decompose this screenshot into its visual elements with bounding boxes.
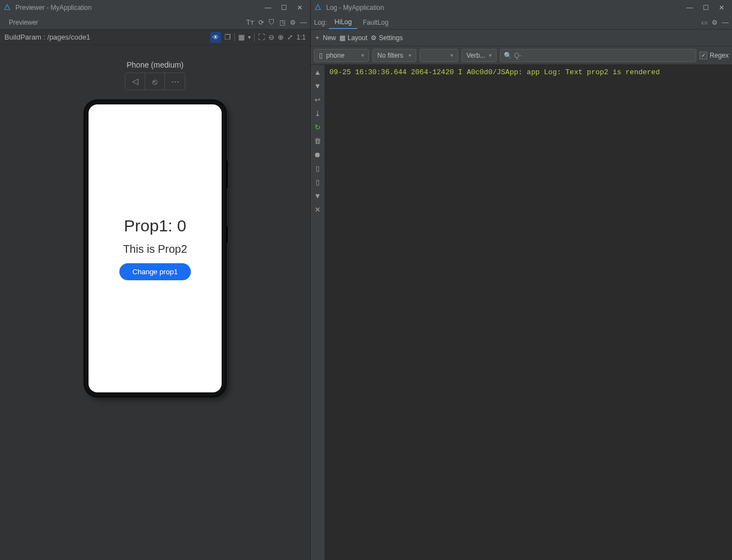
build-param-text: BuildParam : /pages/code1 [4, 33, 90, 41]
restart-icon[interactable]: ↻ [315, 123, 321, 131]
log-line: 09-25 16:30:36.644 2064-12420 I A0c0d0/J… [329, 68, 660, 76]
clear-icon[interactable]: ✕ [315, 206, 321, 214]
log-title: Log - MyApplication [326, 4, 384, 12]
previewer-pane: Previewer - MyApplication — ☐ ✕ Previewe… [0, 0, 311, 560]
chevron-down-icon[interactable]: ▾ [248, 34, 251, 40]
level-dropdown-value: Verb... [466, 52, 486, 59]
funnel-icon[interactable]: ⛉ [268, 19, 275, 26]
tab-previewer[interactable]: Previewer [3, 16, 43, 29]
level-dropdown[interactable]: Verb... ▾ [461, 49, 497, 62]
log-body: ▲ ▼ ↩ ⤓ ↻ 🗑 ⏺ ▯ ▯ ▼ ✕ 09-25 16:30:36.644… [311, 65, 732, 560]
device-small-icon[interactable]: ▯ [316, 178, 320, 186]
regex-checkbox[interactable]: ✓ Regex [700, 52, 729, 59]
close-icon[interactable]: ✕ [719, 4, 724, 12]
screen-prop2-text: This is Prop2 [123, 243, 188, 256]
maximize-icon[interactable]: ☐ [281, 4, 287, 12]
log-filterbar: ▯ phone ▾ No filters ▾ ▾ Verb... ▾ 🔍 Q- … [311, 46, 732, 65]
screen-prop1-text: Prop1: 0 [124, 217, 186, 235]
app-logo-icon [3, 4, 11, 12]
gear-icon[interactable]: ⚙ [290, 19, 296, 26]
orientation-icon[interactable]: ⎋ [145, 73, 165, 90]
checkbox-box: ✓ [700, 52, 707, 59]
filter-dropdown[interactable]: No filters ▾ [372, 49, 416, 62]
layout-button-label: Layout [348, 34, 367, 42]
previewer-window-controls: — ☐ ✕ [265, 4, 307, 12]
log-content[interactable]: 09-25 16:30:36.644 2064-12420 I A0c0d0/J… [325, 65, 732, 560]
settings-button-label: Settings [379, 34, 403, 42]
new-window-icon[interactable]: ◳ [279, 19, 285, 26]
device-dropdown-value: phone [326, 52, 344, 59]
log-pane: Log - MyApplication — ☐ ✕ Log: HiLog Fau… [311, 0, 732, 560]
tab-hilog[interactable]: HiLog [329, 16, 357, 29]
previewer-tabbar: Previewer Tᴛ ⟳ ⛉ ◳ ⚙ — [0, 15, 310, 30]
zoom-in-icon[interactable]: ⊕ [278, 33, 284, 41]
search-input[interactable]: 🔍 Q- [500, 49, 697, 62]
previewer-tab-tools: Tᴛ ⟳ ⛉ ◳ ⚙ — [246, 19, 307, 26]
minimize-icon[interactable]: — [686, 4, 693, 12]
scroll-end-icon[interactable]: ⤓ [315, 109, 321, 118]
plus-icon: ＋ [314, 33, 321, 42]
phone-icon: ▯ [319, 52, 323, 59]
gear-icon[interactable]: ⚙ [712, 19, 718, 26]
tab-faultlog[interactable]: FaultLog [357, 16, 394, 29]
build-param-bar: BuildParam : /pages/code1 👁 ❐ ▦ ▾ ⛶ ⊖ ⊕ … [0, 30, 310, 45]
expand-icon[interactable]: ⤢ [287, 33, 293, 41]
zoom-ratio[interactable]: 1:1 [296, 34, 306, 41]
layers-icon[interactable]: ❐ [224, 33, 231, 41]
phone-side-button-1 [226, 160, 228, 188]
log-toolbar: ＋ New ▦ Layout ⚙ Settings [311, 30, 732, 46]
more-icon[interactable]: ⋯ [165, 73, 185, 90]
layout-button[interactable]: ▦ Layout [339, 34, 367, 42]
device-toolbar: ◁ ⎋ ⋯ [125, 73, 185, 90]
log-label: Log: [314, 19, 329, 26]
gear-icon: ⚙ [371, 34, 377, 42]
refresh-icon[interactable]: ⟳ [258, 19, 264, 26]
text-style-icon[interactable]: Tᴛ [246, 19, 254, 26]
crop-icon[interactable]: ⛶ [258, 33, 265, 41]
eye-toggle-icon[interactable]: 👁 [210, 32, 221, 43]
chevron-down-icon: ▾ [489, 52, 492, 58]
phone-side-button-2 [226, 226, 228, 243]
layout-grid-icon: ▦ [339, 34, 345, 42]
device-label: Phone (medium) [126, 60, 184, 69]
arrow-up-icon[interactable]: ▲ [314, 68, 321, 76]
record-icon[interactable]: ⏺ [314, 151, 321, 159]
new-button[interactable]: ＋ New [314, 33, 336, 42]
chevron-down-icon: ▾ [409, 52, 411, 58]
phone-screen: Prop1: 0 This is Prop2 Change prop1 [89, 104, 222, 392]
log-gutter: ▲ ▼ ↩ ⤓ ↻ 🗑 ⏺ ▯ ▯ ▼ ✕ [311, 65, 325, 560]
close-icon[interactable]: ✕ [297, 4, 302, 12]
maximize-icon[interactable]: ☐ [703, 4, 709, 12]
trash-icon[interactable]: 🗑 [314, 137, 321, 145]
back-icon[interactable]: ◁ [125, 73, 145, 90]
search-placeholder: Q- [514, 52, 521, 59]
new-button-label: New [323, 34, 336, 42]
log-window-controls: — ☐ ✕ [686, 4, 729, 12]
filter-icon[interactable]: ▼ [314, 192, 321, 200]
log-titlebar: Log - MyApplication — ☐ ✕ [311, 0, 732, 15]
hide-icon[interactable]: — [722, 19, 729, 26]
search-icon: 🔍 [504, 52, 512, 59]
empty-dropdown[interactable]: ▾ [420, 49, 458, 62]
phone-frame: Prop1: 0 This is Prop2 Change prop1 [84, 100, 226, 397]
chevron-down-icon: ▾ [450, 52, 453, 58]
change-prop1-button[interactable]: Change prop1 [119, 263, 191, 280]
filter-dropdown-value: No filters [377, 52, 403, 59]
wrap-icon[interactable]: ↩ [315, 96, 321, 104]
previewer-title: Previewer - MyApplication [15, 4, 92, 12]
zoom-out-icon[interactable]: ⊖ [268, 33, 274, 41]
settings-button[interactable]: ⚙ Settings [371, 34, 403, 42]
regex-label: Regex [709, 52, 729, 59]
log-tabbar: Log: HiLog FaultLog ▭ ⚙ — [311, 15, 732, 30]
app-logo-icon [314, 4, 322, 12]
log-tab-tools: ▭ ⚙ — [701, 19, 729, 26]
hide-icon[interactable]: — [300, 19, 307, 26]
minimize-icon[interactable]: — [265, 4, 271, 12]
chevron-down-icon: ▾ [361, 52, 364, 58]
grid-icon[interactable]: ▦ [238, 33, 245, 41]
device-dropdown[interactable]: ▯ phone ▾ [314, 49, 369, 62]
device-icon[interactable]: ▭ [701, 19, 707, 26]
split-icon[interactable]: ▯ [316, 164, 320, 173]
arrow-down-icon[interactable]: ▼ [314, 82, 321, 90]
previewer-titlebar: Previewer - MyApplication — ☐ ✕ [0, 0, 310, 15]
